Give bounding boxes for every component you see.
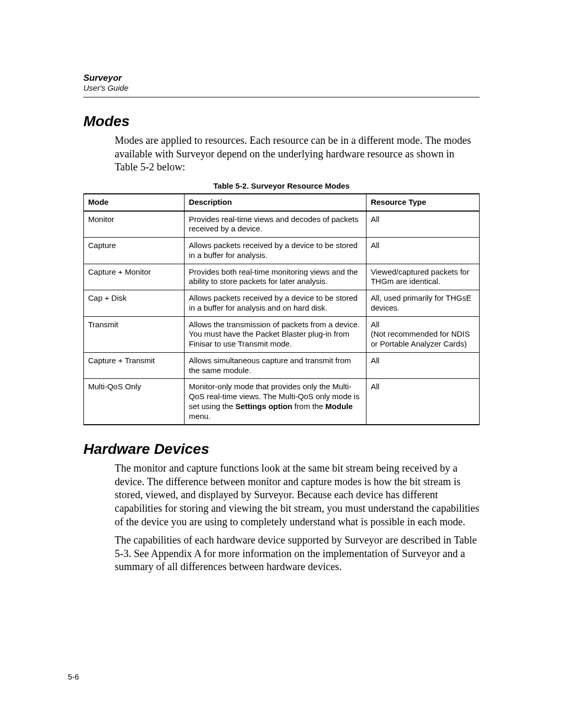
cell-desc: Provides real-time views and decodes of … bbox=[185, 211, 366, 238]
hardware-paragraph-1: The monitor and capture functions look a… bbox=[83, 462, 480, 528]
cell-desc: Allows packets received by a device to b… bbox=[185, 238, 366, 264]
header-subtitle: User's Guide bbox=[83, 83, 128, 92]
cell-mode: Capture + Transmit bbox=[84, 352, 185, 379]
th-description: Description bbox=[185, 194, 366, 211]
th-resource-type: Resource Type bbox=[366, 194, 480, 211]
page-number: 5-6 bbox=[68, 672, 79, 681]
cell-desc: Allows packets received by a device to b… bbox=[185, 290, 366, 317]
table-caption: Table 5-2. Surveyor Resource Modes bbox=[83, 181, 480, 190]
table-row: Transmit Allows the transmission of pack… bbox=[84, 316, 480, 352]
desc-text: menu. bbox=[189, 412, 211, 421]
table-row: Capture + Transmit Allows simultaneous c… bbox=[84, 352, 480, 379]
cell-mode: Capture bbox=[84, 238, 185, 264]
table-row: Cap + Disk Allows packets received by a … bbox=[84, 290, 480, 317]
cell-desc: Provides both real-time monitoring views… bbox=[185, 264, 366, 290]
modes-paragraph: Modes are applied to resources. Each res… bbox=[83, 134, 480, 174]
table-row: Capture Allows packets received by a dev… bbox=[84, 238, 480, 264]
table-header-row: Mode Description Resource Type bbox=[84, 194, 480, 211]
header-title: Surveyor bbox=[83, 73, 480, 83]
cell-res: All, used primarily for THGsE devices. bbox=[366, 290, 480, 317]
cell-mode: Capture + Monitor bbox=[84, 264, 185, 290]
desc-bold: Settings option bbox=[236, 402, 292, 411]
cell-desc: Allows simultaneous capture and transmit… bbox=[185, 352, 366, 379]
table-row: Multi-QoS Only Monitor-only mode that pr… bbox=[84, 379, 480, 425]
cell-res: All bbox=[366, 379, 480, 425]
desc-bold: Module bbox=[325, 402, 353, 411]
modes-table: Mode Description Resource Type Monitor P… bbox=[83, 193, 480, 426]
cell-mode: Transmit bbox=[84, 316, 185, 352]
table-row: Monitor Provides real-time views and dec… bbox=[84, 211, 480, 238]
cell-res: All bbox=[366, 238, 480, 264]
section-heading-modes: Modes bbox=[83, 113, 480, 130]
page: Surveyor User's Guide Modes Modes are ap… bbox=[0, 0, 563, 728]
table-row: Capture + Monitor Provides both real-tim… bbox=[84, 264, 480, 290]
hardware-paragraph-2: The capabilities of each hardware device… bbox=[83, 534, 480, 574]
section-heading-hardware: Hardware Devices bbox=[83, 441, 480, 458]
cell-desc: Monitor-only mode that provides only the… bbox=[185, 379, 366, 425]
th-mode: Mode bbox=[84, 194, 185, 211]
cell-desc: Allows the transmission of packets from … bbox=[185, 316, 366, 352]
cell-mode: Cap + Disk bbox=[84, 290, 185, 317]
header-rule bbox=[83, 97, 480, 97]
cell-res: Viewed/captured packets for THGm are ide… bbox=[366, 264, 480, 290]
cell-res: All bbox=[366, 211, 480, 238]
desc-text: from the bbox=[292, 402, 325, 411]
cell-res: All (Not recommended for NDIS or Portabl… bbox=[366, 316, 480, 352]
page-header: Surveyor User's Guide bbox=[83, 73, 480, 93]
cell-res: All bbox=[366, 352, 480, 379]
cell-mode: Monitor bbox=[84, 211, 185, 238]
cell-mode: Multi-QoS Only bbox=[84, 379, 185, 425]
